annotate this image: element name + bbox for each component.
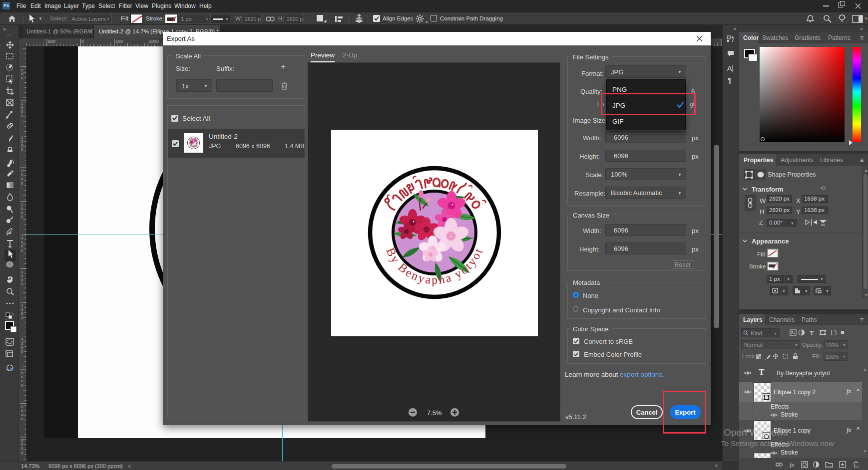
svg-text:500: 500 (48, 39, 55, 44)
svg-text:fx: fx (790, 461, 795, 468)
svg-text:1000: 1000 (149, 39, 159, 44)
svg-text:0: 0 (21, 282, 23, 286)
svg-text:¶: ¶ (728, 76, 732, 84)
svg-text:0: 0 (21, 383, 23, 388)
svg-text:A|: A| (727, 64, 734, 72)
svg-text:0: 0 (21, 417, 23, 421)
svg-text:0: 0 (21, 76, 23, 80)
svg-text:0: 0 (81, 39, 84, 44)
svg-text:0: 0 (21, 451, 23, 455)
svg-text:0: 0 (21, 215, 23, 219)
svg-text:0: 0 (21, 181, 23, 186)
svg-text:T: T (810, 329, 814, 336)
svg-text:0: 0 (21, 316, 23, 320)
svg-text:500: 500 (115, 39, 123, 44)
svg-text:0: 0 (21, 114, 23, 118)
svg-text:0: 0 (21, 349, 23, 354)
svg-text:0: 0 (21, 147, 23, 152)
svg-text:0: 0 (21, 248, 23, 253)
